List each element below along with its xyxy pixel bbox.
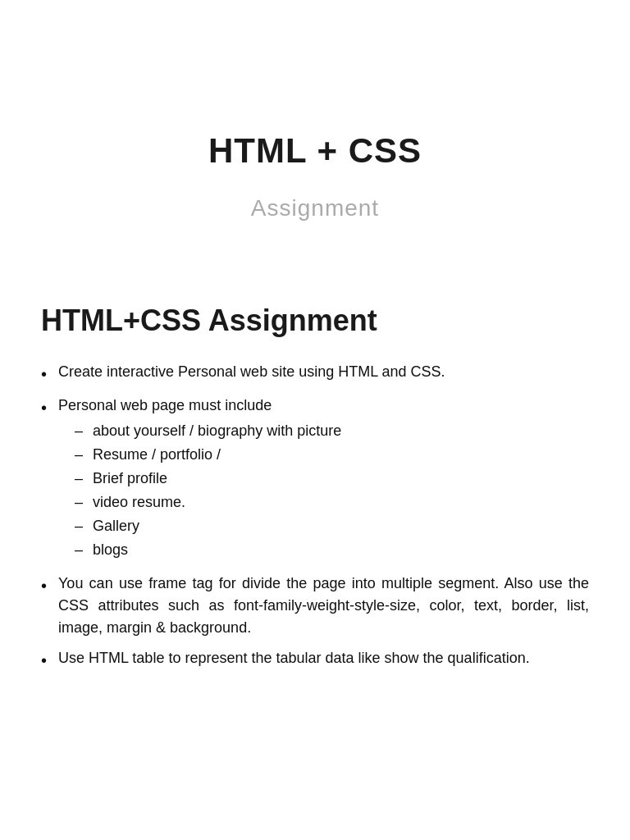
sub-item-4: video resume. (75, 491, 589, 514)
sub-item-1: about yourself / biography with picture (75, 420, 589, 442)
sub-text-2: Resume / portfolio / (93, 444, 589, 466)
sub-list: about yourself / biography with picture … (75, 420, 589, 561)
sub-text-4: video resume. (93, 491, 589, 514)
bullet-text-2-label: Personal web page must include (58, 397, 272, 413)
sub-text-6: blogs (93, 539, 589, 561)
section-title: HTML+CSS Assignment (41, 304, 589, 338)
sub-text-3: Brief profile (93, 468, 589, 490)
bullet-item-3: You can use frame tag for divide the pag… (41, 573, 589, 639)
sub-text-1: about yourself / biography with picture (93, 420, 589, 442)
bullet-list: Create interactive Personal web site usi… (41, 361, 589, 673)
main-title: HTML + CSS (0, 131, 630, 171)
subtitle: Assignment (0, 195, 630, 221)
sub-text-5: Gallery (93, 515, 589, 537)
bottom-section: HTML+CSS Assignment Create interactive P… (0, 238, 630, 673)
bullet-item-2: Personal web page must include about you… (41, 395, 589, 564)
sub-item-2: Resume / portfolio / (75, 444, 589, 466)
bullet-text-4: Use HTML table to represent the tabular … (58, 647, 589, 669)
bullet-item-1: Create interactive Personal web site usi… (41, 361, 589, 386)
bullet-text-2: Personal web page must include about you… (58, 395, 589, 564)
bullet-text-3: You can use frame tag for divide the pag… (58, 573, 589, 639)
sub-item-3: Brief profile (75, 468, 589, 490)
slide-container: HTML + CSS Assignment HTML+CSS Assignmen… (0, 0, 630, 840)
bullet-text-1: Create interactive Personal web site usi… (58, 361, 589, 383)
sub-item-6: blogs (75, 539, 589, 561)
sub-item-5: Gallery (75, 515, 589, 537)
top-section: HTML + CSS Assignment (0, 0, 630, 238)
bullet-item-4: Use HTML table to represent the tabular … (41, 647, 589, 673)
